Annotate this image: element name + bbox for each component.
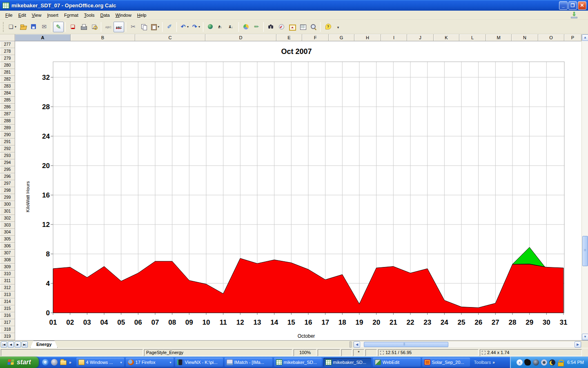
column-header-F[interactable]: F xyxy=(302,34,329,41)
toolbar-drag-handle[interactable] xyxy=(3,22,5,32)
row-header-307[interactable]: 307 xyxy=(0,250,15,257)
format-paintbrush-button[interactable] xyxy=(164,22,175,32)
menu-format[interactable]: Format xyxy=(61,11,81,19)
row-header-278[interactable]: 278 xyxy=(0,48,15,55)
zoom-button[interactable] xyxy=(308,22,318,32)
taskbar-button-0[interactable]: 4 Windows ...▾ xyxy=(76,358,124,367)
paste-button[interactable]: ▾ xyxy=(149,22,160,32)
scroll-right-button[interactable]: ▶ xyxy=(575,341,581,348)
column-header-M[interactable]: M xyxy=(486,34,512,41)
quicklaunch-overflow-chevron[interactable]: » xyxy=(69,360,71,365)
page-preview-button[interactable] xyxy=(89,22,99,32)
find-replace-button[interactable] xyxy=(265,22,276,32)
webcam-icon[interactable] xyxy=(541,359,547,366)
column-header-L[interactable]: L xyxy=(459,34,486,41)
row-header-315[interactable]: 315 xyxy=(0,305,15,312)
row-header-314[interactable]: 314 xyxy=(0,298,15,305)
lock-icon[interactable] xyxy=(557,359,564,366)
select-all-corner[interactable] xyxy=(0,34,15,41)
row-header-292[interactable]: 292 xyxy=(0,146,15,153)
scrollbar-splitter[interactable] xyxy=(350,341,352,348)
moon-icon[interactable] xyxy=(549,359,555,366)
row-header-286[interactable]: 286 xyxy=(0,104,15,111)
column-header-C[interactable]: C xyxy=(135,34,205,41)
column-header-I[interactable]: I xyxy=(381,34,407,41)
row-header-290[interactable]: 290 xyxy=(0,132,15,139)
horizontal-scroll-thumb[interactable] xyxy=(364,342,448,347)
row-header-291[interactable]: 291 xyxy=(0,139,15,146)
column-header-E[interactable]: E xyxy=(276,34,302,41)
menu-insert[interactable]: Insert xyxy=(44,11,61,19)
dropdown-arrow-icon[interactable]: ▾ xyxy=(158,25,159,29)
edit-file-button[interactable] xyxy=(53,22,64,32)
row-header-293[interactable]: 293 xyxy=(0,153,15,159)
new-document-button[interactable]: ▾ xyxy=(6,22,18,32)
email-button[interactable] xyxy=(39,22,49,32)
previous-sheet-button[interactable]: ◀ xyxy=(8,341,14,348)
column-header-P[interactable]: P xyxy=(564,34,581,41)
export-pdf-button[interactable] xyxy=(67,22,78,32)
group-dropdown-icon[interactable]: ▾ xyxy=(170,361,172,364)
spellcheck-button[interactable] xyxy=(103,22,114,32)
taskbar-button-5[interactable]: mikebaker_SD... xyxy=(323,358,371,367)
undo-button[interactable]: ▾ xyxy=(178,22,190,32)
last-sheet-button[interactable]: ▶| xyxy=(22,341,28,348)
dropdown-arrow-icon[interactable]: ▾ xyxy=(187,25,189,29)
row-header-287[interactable]: 287 xyxy=(0,111,15,118)
column-header-A[interactable]: A xyxy=(15,34,71,41)
restore-button[interactable]: ❐ xyxy=(568,1,577,10)
toolbars-band[interactable]: Toolbars » xyxy=(474,360,495,365)
row-header-277[interactable]: 277 xyxy=(0,41,15,48)
scroll-left-button[interactable]: ◀ xyxy=(354,341,360,348)
redo-button[interactable]: ▾ xyxy=(190,22,201,32)
row-header-281[interactable]: 281 xyxy=(0,69,15,76)
taskbar-button-2[interactable]: ViewNX - K:\pi... xyxy=(175,358,223,367)
row-header-300[interactable]: 300 xyxy=(0,201,15,208)
row-header-295[interactable]: 295 xyxy=(0,166,15,173)
save-button[interactable] xyxy=(28,22,39,32)
row-header-316[interactable]: 316 xyxy=(0,312,15,319)
tray-collapse-chevron[interactable]: ‹ xyxy=(517,359,523,366)
row-header-317[interactable]: 317 xyxy=(0,319,15,326)
insert-chart-button[interactable] xyxy=(241,22,251,32)
vertical-scroll-thumb[interactable] xyxy=(582,236,588,266)
row-header-306[interactable]: 306 xyxy=(0,243,15,250)
row-header-282[interactable]: 282 xyxy=(0,76,15,83)
column-header-H[interactable]: H xyxy=(354,34,381,41)
row-header-280[interactable]: 280 xyxy=(0,62,15,69)
auto-spellcheck-button[interactable] xyxy=(114,22,124,32)
scroll-down-button[interactable]: ▼ xyxy=(582,334,588,340)
load-url-icon[interactable]: ⇩ xyxy=(570,11,578,19)
print-button[interactable] xyxy=(78,22,89,32)
dropdown-arrow-icon[interactable]: ▾ xyxy=(198,25,200,29)
sort-ascending-button[interactable] xyxy=(216,22,226,32)
scroll-up-button[interactable]: ▲ xyxy=(582,34,588,41)
toolbar-options-button[interactable] xyxy=(333,22,343,32)
navigator-button[interactable] xyxy=(276,22,287,32)
cut-button[interactable] xyxy=(128,22,138,32)
group-dropdown-icon[interactable]: ▾ xyxy=(120,361,122,364)
row-header-289[interactable]: 289 xyxy=(0,125,15,132)
row-header-279[interactable]: 279 xyxy=(0,55,15,62)
next-sheet-button[interactable]: ▶ xyxy=(15,341,21,348)
menu-window[interactable]: Window xyxy=(113,11,134,19)
open-button[interactable] xyxy=(18,22,28,32)
row-header-310[interactable]: 310 xyxy=(0,271,15,278)
row-header-301[interactable]: 301 xyxy=(0,208,15,215)
menu-data[interactable]: Data xyxy=(97,11,112,19)
row-header-298[interactable]: 298 xyxy=(0,187,15,194)
dog-icon[interactable] xyxy=(525,359,531,366)
column-header-N[interactable]: N xyxy=(512,34,538,41)
row-header-285[interactable]: 285 xyxy=(0,97,15,104)
column-header-O[interactable]: O xyxy=(538,34,564,41)
copy-button[interactable] xyxy=(138,22,149,32)
row-header-303[interactable]: 303 xyxy=(0,222,15,229)
hyperlink-button[interactable] xyxy=(205,22,216,32)
row-header-312[interactable]: 312 xyxy=(0,285,15,292)
row-header-311[interactable]: 311 xyxy=(0,278,15,285)
quicklaunch-ie-icon[interactable]: e xyxy=(42,359,49,366)
column-header-G[interactable]: G xyxy=(329,34,354,41)
menu-edit[interactable]: Edit xyxy=(16,11,29,19)
row-header-299[interactable]: 299 xyxy=(0,194,15,201)
column-header-D[interactable]: D xyxy=(205,34,276,41)
